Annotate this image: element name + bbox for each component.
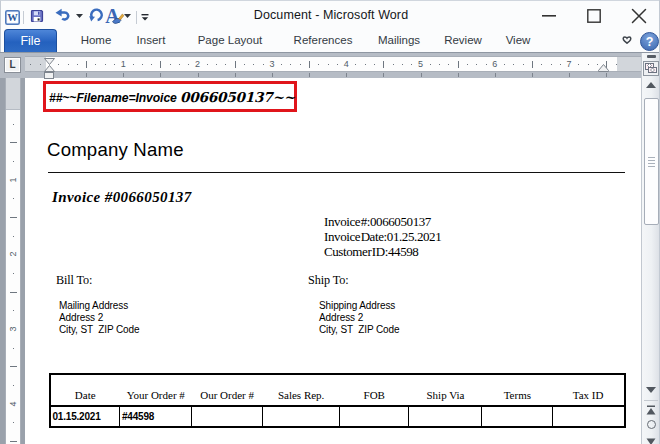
ruler-tick: [68, 64, 69, 65]
ruler-tick: [551, 64, 552, 65]
ruler-number: 2: [8, 249, 18, 259]
ruler-tick: [13, 422, 14, 423]
ruler-tick: [105, 64, 106, 65]
title-bar: Document - Microsoft Word W A: [0, 0, 660, 29]
page[interactable]: ##~~Filename=Invoice 0066050137~~ Compan…: [25, 78, 641, 444]
tab-references[interactable]: References: [286, 29, 360, 52]
ruler-tick: [374, 64, 375, 65]
help-icon[interactable]: ?: [640, 32, 659, 51]
cell-sales-rep: [263, 407, 340, 426]
tab-page-layout[interactable]: Page Layout: [187, 29, 273, 52]
ruler-tick: [318, 64, 319, 65]
col-header-tax-id: Tax ID: [553, 375, 624, 405]
ruler-tick: [421, 73, 422, 77]
cell-date: 01.15.2021: [51, 407, 121, 426]
ruler-tick: [86, 73, 87, 77]
ruler-tick: [290, 64, 291, 65]
invoice-table-header-row: Date Your Order # Our Order # Sales Rep.…: [51, 375, 624, 407]
maximize-button[interactable]: [579, 1, 609, 29]
ruler-tick: [40, 64, 41, 65]
minimize-button[interactable]: [534, 1, 564, 29]
horizontal-ruler[interactable]: 1234567: [25, 56, 641, 72]
ruler-tick: [588, 64, 589, 65]
ruler-tick: [77, 64, 78, 65]
svg-text:?: ?: [646, 35, 654, 49]
ruler-tick: [95, 64, 96, 65]
ruler-tick: [578, 64, 579, 65]
save-icon[interactable]: [30, 9, 44, 23]
tab-insert[interactable]: Insert: [129, 29, 173, 52]
ship-to-label: Ship To:: [308, 273, 348, 288]
ruler-tick: [393, 64, 394, 65]
left-indent-marker[interactable]: [44, 72, 54, 79]
ruler-tick: [10, 217, 17, 218]
ruler-tick: [114, 64, 115, 65]
ruler-tick: [160, 73, 161, 77]
ruler-tick: [160, 61, 161, 68]
ruler-tick: [10, 292, 17, 293]
undo-icon[interactable]: [55, 8, 71, 22]
ruler-tick: [365, 64, 366, 65]
invoice-info-block: Invoice #:0066050137 Invoice Date:01.25.…: [324, 214, 441, 260]
thumb-grip: [648, 163, 655, 164]
next-page-icon[interactable]: [646, 438, 656, 444]
tab-view[interactable]: View: [499, 29, 537, 52]
undo-dropdown-icon[interactable]: [76, 14, 83, 18]
invoice-date-line: Invoice Date:01.25.2021: [324, 229, 441, 244]
ruler-tick: [225, 64, 226, 65]
document-area: ##~~Filename=Invoice 0066050137~~ Compan…: [0, 53, 660, 444]
view-ruler-button[interactable]: [643, 61, 659, 76]
minimize-ribbon-icon[interactable]: [622, 36, 632, 44]
invoice-title: Invoice #0066050137: [52, 189, 192, 206]
tab-stop-selector[interactable]: L: [4, 57, 21, 73]
select-browse-object-icon[interactable]: [647, 420, 656, 429]
address-line: City, ST ZIP Code: [319, 324, 399, 336]
qat-separator: [23, 11, 24, 24]
ruler-tick: [235, 61, 236, 68]
split-handle[interactable]: [647, 55, 656, 58]
tab-home[interactable]: Home: [73, 29, 119, 52]
shipping-address-block: Shipping Address Address 2 City, ST ZIP …: [319, 300, 399, 336]
ruler-tick: [476, 64, 477, 65]
ruler-tick: [188, 64, 189, 65]
ruler-tick: [13, 161, 14, 162]
redo-icon[interactable]: [88, 8, 103, 22]
font-color-dropdown-icon[interactable]: [124, 14, 131, 18]
thumb-grip: [648, 166, 655, 167]
tab-review[interactable]: Review: [439, 29, 487, 52]
ruler-number: 4: [341, 59, 351, 69]
ruler-number: 1: [118, 59, 128, 69]
ruler-tick: [281, 64, 282, 65]
ruler-tick: [458, 61, 459, 68]
first-line-indent-marker[interactable]: [44, 58, 55, 65]
ruler-number: 6: [490, 59, 500, 69]
heading-rule: [48, 172, 625, 173]
close-button[interactable]: [624, 1, 654, 29]
vertical-ruler[interactable]: 1234: [5, 78, 21, 444]
ruler-tick: [541, 64, 542, 65]
ruler-tick: [13, 236, 14, 237]
ruler-tick: [10, 441, 17, 442]
col-header-fob: FOB: [340, 375, 409, 405]
scroll-down-arrow-icon[interactable]: [646, 387, 656, 393]
scrollbar-separator: [644, 400, 658, 401]
ruler-tick: [458, 73, 459, 77]
customize-qat-icon[interactable]: [141, 14, 149, 21]
thumb-grip: [648, 160, 655, 161]
address-line: City, ST ZIP Code: [59, 324, 139, 336]
tab-file[interactable]: File: [4, 29, 57, 52]
previous-page-icon[interactable]: [646, 405, 656, 415]
scroll-up-arrow-icon[interactable]: [646, 82, 656, 88]
tab-mailings[interactable]: Mailings: [369, 29, 429, 52]
filename-tag-number: 0066050137~~: [180, 89, 295, 105]
ruler-number: 7: [564, 59, 574, 69]
ruler-number: 1: [8, 175, 18, 185]
scrollbar-thumb[interactable]: [644, 98, 659, 225]
ruler-tick: [439, 64, 440, 65]
ruler-tick: [13, 273, 14, 274]
ruler-tick: [133, 64, 134, 65]
right-indent-marker[interactable]: [598, 64, 609, 72]
ruler-number: 2: [193, 59, 203, 69]
vertical-scrollbar[interactable]: [641, 53, 659, 444]
word-app-icon: W: [5, 10, 20, 25]
